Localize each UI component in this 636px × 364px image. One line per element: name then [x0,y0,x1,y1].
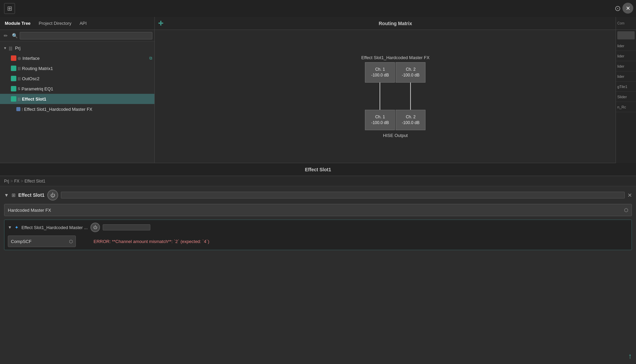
matrix-top-label: Effect Slot1_Hardcoded Master FX [361,55,430,60]
right-sidebar-header: Com [617,21,624,25]
fx-type-dropdown-row: Hardcoded Master FX ⬡ [4,204,632,216]
close-button[interactable]: ✕ [622,3,633,14]
right-sidebar-item-2[interactable]: lider [616,51,636,61]
tree-item-parametriq[interactable]: S Parametriq EQ1 [0,84,154,94]
right-sidebar-item-1[interactable]: lider [616,41,636,51]
matrix-bottom-box-2[interactable]: Ch. 2 -100.0 dB [396,110,425,130]
breadcrumb-sep2: > [21,179,23,184]
tree-label-interface: Interface [22,56,148,61]
effect-slot1-header: Effect Slot1 [0,163,636,176]
matrix-connectors [365,83,425,110]
search-icon[interactable]: 🔍 [11,32,18,39]
right-sidebar-item-3[interactable]: lider [616,61,636,71]
color-dot-effect [11,96,16,102]
tree-item-outosc2[interactable]: ||| OutOsc2 [0,73,154,84]
effect-slot1-panel: Effect Slot1 Prj > FX > Effect Slot1 ▼ ⊞… [0,163,636,364]
interface-status-icon: ◎ [18,56,21,60]
matrix-diagram: Effect Slot1_Hardcoded Master FX Ch. 1 -… [361,55,430,138]
right-sidebar-item-6[interactable]: Slider [616,92,636,102]
tree-item-effect-slot1[interactable]: ||| Effect Slot1 [0,94,154,104]
right-sidebar-item-5[interactable]: gTile1 [616,82,636,92]
inner-slider-bar[interactable] [103,224,150,230]
effect-main-title: Effect Slot1 [18,192,45,198]
bottom-up-arrow[interactable]: ↑ [628,352,632,361]
inner-effect-row: ▼ ✦ Effect Slot1_Hardcoded Master ... ⏻ [8,223,628,232]
inner-power-icon: ⏻ [93,225,97,230]
outosc-bars-icon: ||| [18,76,21,81]
matrix-bottom-db1: -100.0 dB [371,120,389,126]
tree-item-interface[interactable]: ◎ Interface ⧉ [0,53,154,63]
external-link-icon[interactable]: ⧉ [149,56,152,60]
breadcrumb-sep1: > [11,179,13,184]
tree-root-label: Prj [15,46,154,51]
routing-bars-icon: ||| [18,66,21,70]
inner-star-icon: ✦ [15,225,19,230]
tab-module-tree[interactable]: Module Tree [3,19,33,27]
routing-matrix-panel: ✛ Routing Matrix Effect Slot1_Hardcoded … [155,17,636,163]
left-panel: Module Tree Project Directory API ✏ 🔍 ▼ … [0,17,155,163]
effect-main-row: ▼ ⊞ Effect Slot1 ⏻ ✕ [4,190,632,201]
comp-error-row: CompSCF ⬡ ERROR: **Channel amount mismat… [8,236,628,247]
matrix-bottom-label: HISE Output [383,133,408,138]
comp-label: CompSCF [11,239,32,244]
matrix-top-box-1[interactable]: Ch. 1 -100.0 dB [365,62,395,83]
matrix-line-1 [365,83,395,110]
fx-type-label: Hardcoded Master FX [8,208,51,213]
matrix-top-db2: -100.0 dB [402,72,419,78]
right-sidebar: Com lider lider lider lider gTile1 Slide… [616,17,636,163]
search-input[interactable] [20,32,152,39]
effect-section: ▼ ⊞ Effect Slot1 ⏻ ✕ Hardcoded Master FX… [0,186,636,257]
effect-slot1-title: Effect Slot1 [305,167,331,172]
effect-power-button[interactable]: ⏻ [47,190,58,201]
power-icon: ⏻ [50,192,55,198]
tab-project-directory[interactable]: Project Directory [37,19,73,27]
tree-label-parametriq: Parametriq EQ1 [21,86,154,91]
matrix-top-ch1: Ch. 1 [375,67,385,72]
comp-dropdown[interactable]: CompSCF ⬡ [8,236,76,247]
hardcoded-bar-icon: | [22,107,23,111]
breadcrumb-leaf[interactable]: Effect Slot1 [24,179,45,184]
tree-label-effect: Effect Slot1 [22,97,154,102]
fx-type-dropdown[interactable]: Hardcoded Master FX ⬡ [4,204,632,216]
color-dot-hardcoded [16,107,20,111]
effect-slider-bar[interactable] [61,192,625,198]
tree-arrow-root: ▼ [3,46,7,50]
tree-root-item[interactable]: ▼ ||| Prj [0,43,154,53]
color-dot-parametriq [11,86,16,91]
matrix-top-box-2[interactable]: Ch. 2 -100.0 dB [396,62,425,83]
matrix-bottom-boxes: Ch. 1 -100.0 dB Ch. 2 -100.0 dB [365,110,425,130]
effect-close-button[interactable]: ✕ [627,192,632,198]
move-icon[interactable]: ✛ [158,20,163,27]
edit-icon[interactable]: ✏ [2,32,10,39]
new-window-button[interactable]: ⊞ [4,3,15,14]
matrix-top-boxes: Ch. 1 -100.0 dB Ch. 2 -100.0 dB [365,62,425,83]
right-sidebar-item-7[interactable]: n_Rc [616,102,636,112]
matrix-bottom-ch2: Ch. 2 [406,114,416,120]
effect-collapse-arrow[interactable]: ▼ [4,192,9,198]
breadcrumb-mid[interactable]: FX [14,179,19,184]
routing-matrix-header: ✛ Routing Matrix [155,17,636,30]
monitor-icon[interactable]: ⊙ [615,4,621,13]
tab-api[interactable]: API [78,19,89,27]
tree-item-effect-hardcoded[interactable]: | Effect Slot1_Hardcoded Master FX [0,104,154,114]
tree-label-outosc: OutOsc2 [22,76,154,81]
breadcrumb: Prj > FX > Effect Slot1 [0,176,636,186]
comp-dropdown-arrow: ⬡ [69,239,73,244]
inner-effect-title: Effect Slot1_Hardcoded Master ... [21,225,88,230]
tree-item-routing-matrix1[interactable]: ||| Routing Matrix1 [0,63,154,73]
inner-effect-box: ▼ ✦ Effect Slot1_Hardcoded Master ... ⏻ … [4,220,632,250]
parametriq-s-icon: S [18,87,20,91]
matrix-bottom-box-1[interactable]: Ch. 1 -100.0 dB [365,110,395,130]
right-sidebar-bar [617,31,635,39]
inner-collapse-arrow[interactable]: ▼ [8,225,12,230]
left-panel-toolbar: ✏ 🔍 [0,30,154,41]
new-window-icon: ⊞ [7,5,12,12]
right-sidebar-item-4[interactable]: lider [616,71,636,82]
tree-label-routing: Routing Matrix1 [22,66,154,71]
error-message: ERROR: **Channel amount mismatch**: `2` … [80,239,628,244]
matrix-line-2 [396,83,425,110]
inner-power-button[interactable]: ⏻ [90,223,100,232]
breadcrumb-root[interactable]: Prj [4,179,9,184]
vertical-line-1 [380,83,380,110]
matrix-bottom-ch1: Ch. 1 [375,114,385,120]
